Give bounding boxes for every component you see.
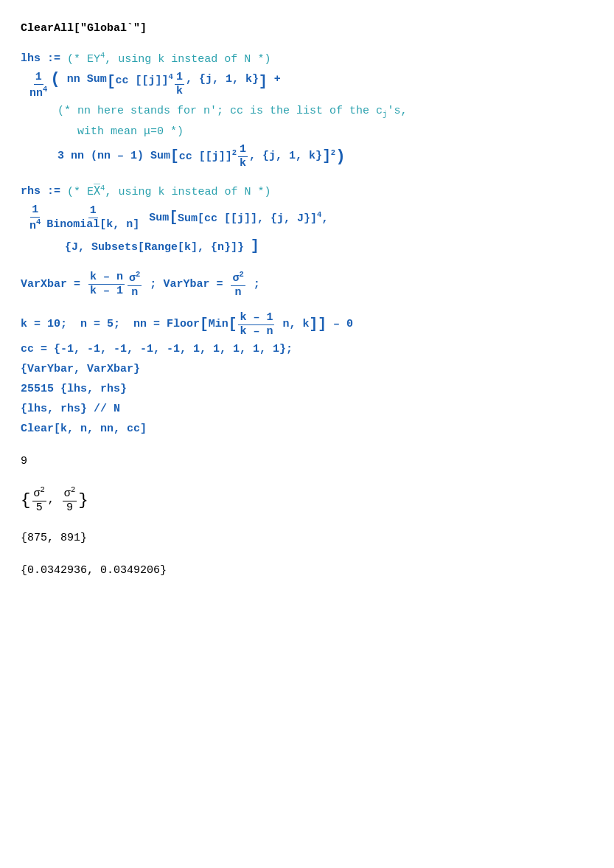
clear-text: Clear[k, n, nn, cc]: [21, 423, 147, 435]
min-open: [: [228, 313, 237, 336]
varxbar-line: VarXbar = k – n k – 1 σ2 n ; VarYbar = σ…: [21, 270, 593, 299]
rhs-assign-line: rhs := (* EX̅4, using k instead of N *): [21, 182, 593, 201]
lhs-assign-line: lhs := (* EY4, using k instead of N *): [21, 49, 593, 69]
lhs-close-paren: ): [335, 148, 346, 165]
lhs-sum2-args: , {j, 1, k}: [249, 147, 322, 165]
rhs-frac-1-n4: 1 n4: [28, 204, 42, 233]
floor-close: ]: [318, 313, 327, 336]
output-9: 9: [21, 455, 27, 468]
varybar-frac: σ2 n: [231, 270, 245, 299]
output-9-line: 9: [21, 453, 593, 471]
num25515-line: 25515 {lhs, rhs}: [21, 381, 593, 398]
output-875-891: {875, 891}: [21, 532, 87, 544]
varybar-label: VarYbar =: [163, 276, 229, 294]
rhs-sum-close: ]: [251, 238, 259, 254]
assign-n-k: n, k: [276, 316, 309, 333]
lhs-comment-mean-text: with mean μ=0 *): [57, 125, 184, 138]
lhs-plus: +: [268, 71, 281, 88]
varxbar-semicolon: ;: [143, 276, 163, 294]
lhs-sum-open-bracket: [: [107, 71, 116, 94]
rhs-comment: (* EX̅4, using k instead of N *): [67, 182, 271, 201]
floor-open: [: [200, 313, 209, 336]
min-close: ]: [310, 313, 318, 336]
lhs-comment: (* EY4, using k instead of N *): [67, 49, 271, 69]
lhs-sum2-keyword: Sum: [150, 147, 170, 165]
output-sigma-comma: ,: [48, 491, 61, 509]
lhs-sum-keyword: Sum: [87, 71, 107, 88]
lhs-open-paren: (: [50, 71, 60, 88]
rhs-frac-1-binom: 1 Binomial[k, n]: [45, 204, 141, 232]
clearall-text: ClearAll["Global`"]: [21, 22, 147, 35]
assign-minus0: – 0: [327, 316, 353, 333]
notebook-content: ClearAll["Global`"] lhs := (* EY4, using…: [21, 20, 593, 580]
cc-line: cc = {-1, -1, -1, -1, -1, 1, 1, 1, 1, 1}…: [21, 341, 593, 358]
assignments-line: k = 10; n = 5; nn = Floor [ Min [ k – 1 …: [21, 311, 593, 338]
varxbar-frac-k-n: k – n k – 1: [88, 271, 125, 298]
lhs-rhs-n-text: {lhs, rhs} // N: [21, 403, 120, 415]
lhs-rhs-n-line: {lhs, rhs} // N: [21, 400, 593, 418]
lhs-sum-args: , {j, 1, k}: [186, 71, 259, 88]
varybar-varxbar-line: {VarYbar, VarXbar}: [21, 361, 593, 378]
output-sigma-frac2: σ2 9: [63, 485, 77, 515]
rhs-keyword: rhs :=: [21, 183, 67, 201]
assign-frac: k – 1 k – n: [238, 311, 274, 338]
k-assign: k = 10; n = 5; nn = Floor: [21, 316, 200, 333]
lhs-3nn: 3 nn (nn – 1): [57, 147, 150, 165]
rhs-formula-row: 1 n4 1 Binomial[k, n] Sum [ Sum[cc [[j]]…: [27, 204, 593, 233]
output-sigma-line: { σ2 5 , σ2 9 }: [21, 485, 593, 515]
output-decimal: {0.0342936, 0.0349206}: [21, 564, 167, 577]
min-keyword: Min: [209, 316, 228, 333]
lhs-comment-nn-text: (* nn here stands for n'; cc is the list…: [57, 105, 407, 117]
lhs-sum2-open: [: [170, 145, 179, 168]
lhs-keyword: lhs :=: [21, 50, 67, 68]
output-sigma-open-curly: {: [21, 487, 31, 513]
varybar-semicolon: ;: [247, 276, 260, 294]
rhs-inner-sum: Sum[cc [[j]], {j, J}]4,: [178, 209, 328, 228]
output-875-891-line: {875, 891}: [21, 530, 593, 547]
lhs-nn-sum: nn: [60, 71, 87, 88]
rhs-sum-keyword: Sum: [142, 209, 169, 227]
rhs-subsets: {J, Subsets[Range[k], {n}]}: [65, 241, 244, 254]
output-decimal-line: {0.0342936, 0.0349206}: [21, 562, 593, 580]
cc-assign: cc = {-1, -1, -1, -1, -1, 1, 1, 1, 1, 1}…: [21, 343, 293, 355]
lhs-sum-close-bracket: ]: [259, 71, 268, 94]
lhs-cc-j-4: cc [[j]]4: [116, 71, 173, 90]
varxbar-label: VarXbar =: [21, 276, 87, 294]
rhs-formula-row2: {J, Subsets[Range[k], {n}]} ]: [65, 235, 593, 258]
lhs-frac-1-nn4: 1 nn4: [28, 71, 49, 100]
clear-line: Clear[k, n, nn, cc]: [21, 420, 593, 438]
rhs-sum-open: [: [169, 206, 178, 229]
lhs-comment-nn: (* nn here stands for n'; cc is the list…: [57, 103, 593, 121]
lhs-sum2-close: ]: [322, 145, 331, 168]
lhs-formula-row: 1 nn4 ( nn Sum [ cc [[j]]4 1 k , {j, 1, …: [27, 71, 593, 100]
varybar-varxbar-text: {VarYbar, VarXbar}: [21, 363, 140, 375]
num25515-text: 25515 {lhs, rhs}: [21, 383, 127, 395]
clearall-line: ClearAll["Global`"]: [21, 20, 593, 38]
output-sigma-close-curly: }: [78, 487, 88, 513]
lhs-cc-j-2: cc [[j]]2: [179, 147, 237, 166]
lhs-frac-1-k: 1 k: [175, 71, 184, 98]
output-sigma-frac1: σ2 5: [32, 485, 46, 515]
lhs-comment-mean: with mean μ=0 *): [57, 123, 593, 141]
lhs-frac2-1-k: 1 k: [238, 143, 248, 170]
varxbar-frac-sigma2-n: σ2 n: [128, 270, 142, 299]
lhs-formula-row2: 3 nn (nn – 1) Sum [ cc [[j]]2 1 k , {j, …: [57, 143, 593, 170]
